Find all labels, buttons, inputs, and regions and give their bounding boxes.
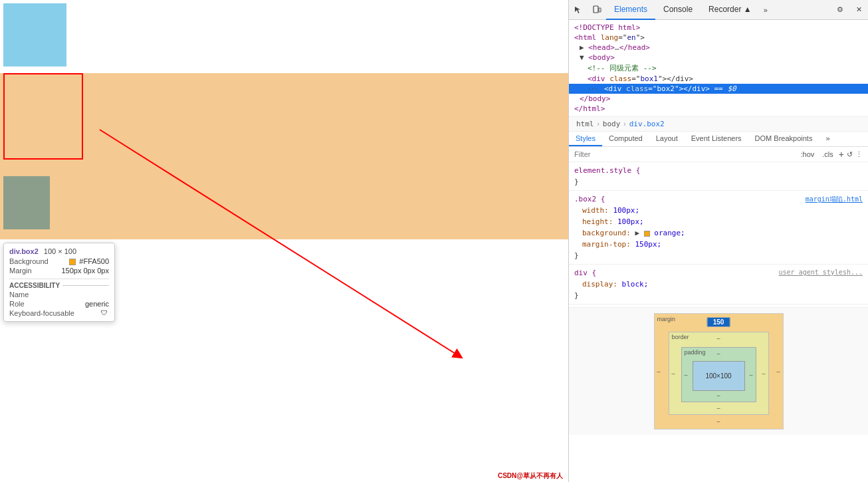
tooltip-margin-value: 150px 0px 0px (61, 267, 109, 275)
css-rule-div: div { user agent stylesh... display: blo… (569, 267, 868, 304)
color-expand-icon[interactable]: ▶ (635, 229, 639, 237)
tab-elements[interactable]: Elements (606, 0, 655, 20)
accessibility-keyboard-label: Keyboard-focusable (9, 309, 74, 317)
bm-margin-left: – (657, 368, 661, 375)
bm-margin-bottom: – (716, 418, 720, 425)
filter-cls[interactable]: .cls (819, 149, 836, 160)
filter-icon-more[interactable]: ⋮ (855, 150, 863, 159)
device-icon[interactable] (588, 0, 606, 20)
accessibility-keyboard-value: 🛡 (101, 309, 109, 317)
dom-line-box2[interactable]: ··· <div class="box2"></div> == $0 (569, 84, 868, 94)
tooltip-element-name: div.box2 (9, 247, 39, 255)
dom-line-doctype[interactable]: <!DOCTYPE html> (569, 23, 868, 33)
tooltip-element-size: 100 × 100 (44, 247, 76, 255)
bm-border-top: – (716, 335, 720, 342)
css-source-box2[interactable]: margin塌陷.html (806, 195, 863, 204)
filter-icon-refresh[interactable]: ↺ (847, 150, 853, 159)
css-selector-element-style[interactable]: element.style { (574, 166, 640, 175)
accessibility-role-value: generic (85, 300, 109, 308)
tooltip-bg-label: Background (9, 257, 49, 265)
tooltip-margin-label: Margin (9, 267, 32, 275)
filter-bar: :hov .cls + ↺ ⋮ (569, 147, 868, 162)
breadcrumb-box2[interactable]: div.box2 (627, 119, 667, 129)
webpage-preview: div.box2 100 × 100 Background #FFA500 Ma… (0, 0, 568, 482)
cursor-icon[interactable] (569, 0, 588, 20)
tooltip-bg-value: #FFA500 (69, 257, 109, 265)
box2-inner (3, 73, 83, 160)
dom-line-head[interactable]: ▶ <head>…</head> (569, 43, 868, 53)
bm-padding-left: – (685, 372, 688, 378)
bm-margin-right: – (776, 368, 780, 375)
accessibility-header: ACCESSIBILITY (9, 279, 109, 289)
devtools-top-tabs: Elements Console Recorder ▲ » ⚙ ✕ (569, 0, 868, 20)
dom-line-box1[interactable]: <div class="box1"></div> (569, 74, 868, 84)
bg-color-swatch (69, 259, 76, 265)
dom-line-comment[interactable]: <!-- 同级元素 --> (569, 62, 868, 74)
bm-border-bottom: – (716, 405, 720, 412)
accessibility-name-label: Name (9, 291, 29, 299)
bm-border-layer: border – – – – padding – – – – 100×1 (669, 332, 769, 415)
dom-line-html-close[interactable]: </html> (569, 104, 868, 114)
dom-tree: <!DOCTYPE html> <html lang="en"> ▶ <head… (569, 20, 868, 117)
svg-rect-2 (599, 8, 601, 12)
accessibility-role-label: Role (9, 300, 25, 308)
element-tooltip: div.box2 100 × 100 Background #FFA500 Ma… (3, 243, 115, 322)
tab-event-listeners[interactable]: Event Listeners (685, 132, 748, 146)
tab-computed[interactable]: Computed (602, 132, 649, 146)
filter-add[interactable]: + (839, 149, 844, 160)
bm-padding-bottom: – (716, 392, 720, 399)
bm-padding-label: padding (685, 349, 706, 356)
bm-padding-right: – (749, 372, 752, 378)
css-rule-box2: .box2 { margin塌陷.html width: 100px; heig… (569, 193, 868, 265)
bm-content: 100×100 (693, 361, 745, 391)
box1-element (3, 3, 66, 66)
css-selector-div[interactable]: div { (574, 269, 596, 277)
css-source-div: user agent stylesh... (779, 269, 863, 276)
svg-rect-1 (594, 6, 598, 13)
bm-margin-label: margin (657, 316, 676, 322)
tab-recorder[interactable]: Recorder ▲ (701, 0, 760, 20)
tab-more-sub[interactable]: » (819, 132, 836, 146)
dom-line-body-close[interactable]: </body> (569, 94, 868, 104)
filter-hov[interactable]: :hov (798, 149, 817, 160)
tab-more[interactable]: » (760, 0, 772, 20)
settings-icon[interactable]: ⚙ (831, 0, 849, 20)
breadcrumb-body[interactable]: body (601, 119, 623, 129)
css-selector-box2[interactable]: .box2 { (574, 195, 605, 203)
bm-margin-top-value[interactable]: 150 (707, 317, 730, 327)
box-model-diagram: margin 150 – – – border – – – – (654, 313, 784, 429)
box3-element (3, 176, 50, 229)
bm-padding-top: – (716, 350, 720, 357)
watermark: CSDN@草从不再有人 (498, 471, 563, 481)
devtools-top-right: ⚙ ✕ (831, 0, 868, 20)
box2-area (0, 73, 568, 239)
sub-tabs: Styles Computed Layout Event Listeners D… (569, 132, 868, 147)
close-devtools-icon[interactable]: ✕ (849, 0, 868, 20)
filter-input[interactable] (574, 150, 798, 158)
bm-margin-top: 150 (707, 318, 730, 326)
bm-border-label: border (672, 334, 689, 340)
bm-border-left: – (672, 370, 675, 377)
box-model-area: margin 150 – – – border – – – – (569, 307, 868, 435)
breadcrumb-html[interactable]: html (574, 119, 596, 129)
devtools-panel: Elements Console Recorder ▲ » ⚙ ✕ <!DOCT… (568, 0, 868, 482)
bm-padding-layer: padding – – – – 100×100 (681, 347, 756, 402)
dom-line-body[interactable]: ▼ <body> (569, 53, 868, 62)
red-arrow (0, 0, 568, 482)
css-rule-element-style: element.style { } (569, 165, 868, 191)
dom-line-html[interactable]: <html lang="en"> (569, 33, 868, 43)
tab-dom-breakpoints[interactable]: DOM Breakpoints (748, 132, 819, 146)
color-swatch-orange[interactable] (644, 231, 650, 237)
tab-layout[interactable]: Layout (649, 132, 685, 146)
tab-console[interactable]: Console (655, 0, 701, 20)
bm-content-size: 100×100 (705, 372, 731, 380)
filter-actions: :hov .cls + ↺ ⋮ (798, 149, 863, 160)
tab-styles[interactable]: Styles (569, 132, 602, 146)
breadcrumb: html › body › div.box2 (569, 117, 868, 132)
styles-panel: element.style { } .box2 { margin塌陷.html … (569, 162, 868, 482)
bm-border-right: – (762, 370, 765, 377)
